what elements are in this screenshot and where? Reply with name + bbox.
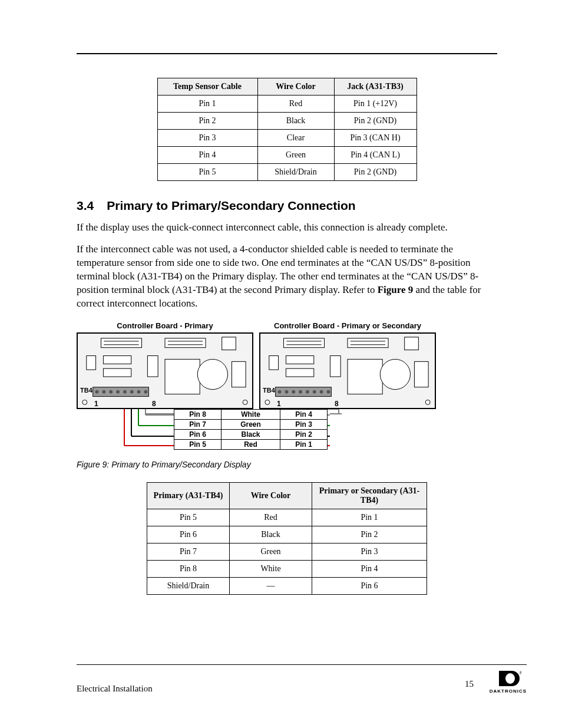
paragraph-1: If the display uses the quick-connect in… xyxy=(77,221,497,235)
board-left-title: Controller Board - Primary xyxy=(117,321,213,330)
t2-h2: Wire Color xyxy=(230,482,312,509)
svg-rect-2 xyxy=(222,337,236,350)
figure-caption: Figure 9: Primary to Primary/Secondary D… xyxy=(77,460,251,469)
svg-point-40 xyxy=(278,390,282,393)
page-footer: Electrical Installation 15 ® DAKTRONICS xyxy=(77,664,527,694)
footer-section-name: Electrical Installation xyxy=(77,684,153,694)
table-row: Pin 5RedPin 1 xyxy=(147,509,427,526)
svg-point-44 xyxy=(306,390,309,393)
svg-rect-25 xyxy=(283,338,324,348)
svg-point-47 xyxy=(326,390,330,393)
svg-rect-27 xyxy=(405,337,419,350)
controller-board-left: TB4 1 8 xyxy=(77,332,253,409)
section-title: Primary to Primary/Secondary Connection xyxy=(107,199,355,213)
svg-rect-0 xyxy=(101,338,141,348)
svg-point-67 xyxy=(505,673,515,684)
daktronics-logo-icon: ® xyxy=(494,670,521,687)
svg-point-15 xyxy=(95,390,99,393)
table-row: Pin 5Shield/DrainPin 2 (GND) xyxy=(157,164,416,181)
svg-rect-33 xyxy=(286,355,313,364)
svg-point-17 xyxy=(109,390,113,393)
figure-9: Controller Board - Primary xyxy=(77,321,497,469)
section-heading: 3.4 Primary to Primary/Secondary Connect… xyxy=(77,199,497,213)
page-number: 15 xyxy=(465,679,474,689)
svg-rect-68 xyxy=(495,671,499,686)
paragraph-2: If the interconnect cable was not used, … xyxy=(77,243,497,311)
t2-h3: Primary or Secondary (A31-TB4) xyxy=(312,482,427,509)
svg-rect-35 xyxy=(330,355,340,377)
svg-point-19 xyxy=(123,390,127,393)
svg-rect-32 xyxy=(269,355,279,370)
svg-rect-10 xyxy=(147,355,158,377)
wire-color-table: Pin 8WhitePin 4 Pin 7GreenPin 3 Pin 6Bla… xyxy=(174,409,328,450)
table-row: Pin 2BlackPin 2 (GND) xyxy=(157,113,416,130)
svg-point-24 xyxy=(243,400,247,404)
controller-board-right: TB4 1 8 xyxy=(259,332,436,409)
t1-h3: Jack (A31-TB3) xyxy=(334,78,416,95)
svg-point-48 xyxy=(265,400,270,404)
table-row: Shield/Drain—Pin 6 xyxy=(147,577,427,594)
svg-point-20 xyxy=(130,390,134,393)
board-right-svg xyxy=(260,334,435,409)
table-row: Pin 7GreenPin 3 xyxy=(147,543,427,560)
interconnect-table: Primary (A31-TB4) Wire Color Primary or … xyxy=(147,482,427,595)
section-number: 3.4 xyxy=(77,199,94,213)
brand-name: DAKTRONICS xyxy=(490,689,527,694)
temp-sensor-table: Temp Sensor Cable Wire Color Jack (A31-T… xyxy=(157,78,417,181)
svg-rect-8 xyxy=(103,355,131,364)
svg-text:®: ® xyxy=(519,670,521,676)
svg-point-22 xyxy=(144,390,147,393)
board-left-svg xyxy=(78,334,252,409)
svg-rect-34 xyxy=(286,368,313,377)
pin1-label: 1 xyxy=(94,400,98,408)
svg-rect-36 xyxy=(348,359,382,394)
svg-rect-26 xyxy=(348,338,388,348)
tb4-label: TB4 xyxy=(263,387,275,394)
t1-h1: Temp Sensor Cable xyxy=(157,78,257,95)
svg-point-41 xyxy=(285,390,288,393)
svg-point-18 xyxy=(116,390,120,393)
svg-rect-9 xyxy=(103,368,131,377)
table-row: Pin 4GreenPin 4 (CAN L) xyxy=(157,147,416,164)
board-right-title: Controller Board - Primary or Secondary xyxy=(274,321,421,330)
table-row: Pin 3ClearPin 3 (CAN H) xyxy=(157,130,416,147)
pin8-label: 8 xyxy=(152,400,156,408)
svg-rect-11 xyxy=(165,359,200,394)
table-row: Pin 6BlackPin 2 xyxy=(147,526,427,543)
svg-point-49 xyxy=(425,400,430,404)
table-row: Pin 1RedPin 1 (+12V) xyxy=(157,95,416,113)
figure-ref: Figure 9 xyxy=(378,284,414,295)
table-row: Pin 8WhitePin 4 xyxy=(147,560,427,577)
svg-rect-13 xyxy=(232,361,246,387)
svg-point-37 xyxy=(380,359,410,389)
svg-rect-1 xyxy=(165,338,206,348)
svg-rect-7 xyxy=(87,355,96,370)
svg-point-43 xyxy=(299,390,302,393)
svg-point-16 xyxy=(102,390,105,393)
brand-logo: ® DAKTRONICS xyxy=(490,670,527,694)
pin1-label: 1 xyxy=(277,400,281,408)
svg-point-12 xyxy=(197,359,227,389)
svg-point-45 xyxy=(313,390,316,393)
svg-point-42 xyxy=(292,390,295,393)
svg-point-23 xyxy=(82,400,87,404)
svg-point-46 xyxy=(320,390,323,393)
svg-point-21 xyxy=(137,390,141,393)
svg-rect-38 xyxy=(414,361,428,387)
t2-h1: Primary (A31-TB4) xyxy=(147,482,230,509)
tb4-label: TB4 xyxy=(80,387,92,394)
pin8-label: 8 xyxy=(335,400,339,408)
t1-h2: Wire Color xyxy=(257,78,334,95)
top-rule xyxy=(77,53,497,54)
